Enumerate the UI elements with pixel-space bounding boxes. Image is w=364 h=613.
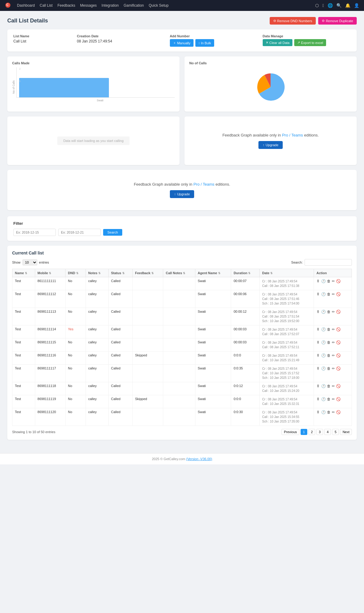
- block-icon[interactable]: 🚫: [336, 410, 341, 414]
- record-icon[interactable]: 🎙: [316, 327, 320, 332]
- clock-icon[interactable]: 🕐: [321, 327, 326, 332]
- block-icon[interactable]: 🚫: [336, 340, 341, 345]
- record-icon[interactable]: 🎙: [316, 310, 320, 314]
- search-button[interactable]: Search: [103, 229, 122, 236]
- search-icon[interactable]: 🔍: [336, 3, 342, 8]
- delete-icon[interactable]: 🗑: [327, 397, 331, 401]
- notification-icon[interactable]: ⬡: [315, 3, 319, 8]
- block-icon[interactable]: 🚫: [336, 327, 341, 332]
- page-2-button[interactable]: 2: [308, 429, 315, 435]
- edit-icon[interactable]: ✏: [332, 353, 335, 358]
- filter-date-from[interactable]: [13, 229, 56, 236]
- upgrade-button-1[interactable]: ↑ Upgrade: [258, 141, 283, 149]
- pro-teams-link-1[interactable]: Pro / Teams: [282, 133, 303, 137]
- edit-icon[interactable]: ✏: [332, 310, 335, 314]
- version-link[interactable]: (Version -V36.00): [186, 457, 212, 461]
- clock-icon[interactable]: 🕐: [321, 310, 326, 314]
- edit-icon[interactable]: ✏: [332, 279, 335, 283]
- table-search-input[interactable]: [305, 259, 352, 266]
- col-name[interactable]: Name ⇅: [12, 269, 35, 277]
- edit-icon[interactable]: ✏: [332, 384, 335, 388]
- upgrade-button-2[interactable]: ↑ Upgrade: [170, 190, 194, 198]
- col-notes[interactable]: Notes ⇅: [86, 269, 108, 277]
- record-icon[interactable]: 🎙: [316, 410, 320, 414]
- next-page-button[interactable]: Next: [340, 429, 352, 435]
- brand-logo[interactable]: C: [5, 2, 11, 9]
- clear-all-data-button[interactable]: ✕ Clear all Data: [263, 39, 293, 46]
- col-duration[interactable]: Duration ⇅: [231, 269, 260, 277]
- clock-icon[interactable]: 🕐: [321, 292, 326, 296]
- clock-icon[interactable]: 🕐: [321, 279, 326, 283]
- block-icon[interactable]: 🚫: [336, 366, 341, 371]
- block-icon[interactable]: 🚫: [336, 397, 341, 401]
- col-mobile[interactable]: Mobile ⇅: [35, 269, 65, 277]
- remove-dnd-button[interactable]: ⊖ Remove DND Numbers: [270, 17, 316, 25]
- nav-integration[interactable]: Integration: [102, 2, 119, 9]
- remove-duplicate-button[interactable]: ⊖ Remove Duplicate: [318, 17, 357, 25]
- page-1-button[interactable]: 1: [301, 429, 307, 435]
- bell-icon[interactable]: 🔔: [345, 3, 350, 8]
- edit-icon[interactable]: ✏: [332, 340, 335, 345]
- cell-feedback: Skipped: [133, 395, 163, 408]
- delete-icon[interactable]: 🗑: [327, 292, 331, 296]
- block-icon[interactable]: 🚫: [336, 353, 341, 358]
- delete-icon[interactable]: 🗑: [327, 279, 331, 283]
- page-3-button[interactable]: 3: [316, 429, 323, 435]
- user-icon[interactable]: 👤: [354, 3, 359, 8]
- entries-select[interactable]: 10 25 50 100: [22, 259, 37, 265]
- delete-icon[interactable]: 🗑: [327, 310, 331, 314]
- edit-icon[interactable]: ✏: [332, 327, 335, 332]
- record-icon[interactable]: 🎙: [316, 366, 320, 371]
- record-icon[interactable]: 🎙: [316, 292, 320, 296]
- edit-icon[interactable]: ✏: [332, 410, 335, 414]
- clock-icon[interactable]: 🕐: [321, 384, 326, 388]
- globe-icon[interactable]: 🌐: [328, 3, 333, 8]
- delete-icon[interactable]: 🗑: [327, 327, 331, 332]
- clock-icon[interactable]: 🕐: [321, 397, 326, 401]
- nav-dashboard[interactable]: Dashboard: [17, 2, 35, 9]
- filter-date-to[interactable]: [58, 229, 101, 236]
- page-4-button[interactable]: 4: [324, 429, 331, 435]
- edit-icon[interactable]: ✏: [332, 292, 335, 296]
- col-status[interactable]: Status ⇅: [108, 269, 132, 277]
- block-icon[interactable]: 🚫: [336, 292, 341, 296]
- clock-icon[interactable]: 🕐: [321, 410, 326, 414]
- delete-icon[interactable]: 🗑: [327, 366, 331, 371]
- block-icon[interactable]: 🚫: [336, 279, 341, 283]
- apple-icon[interactable]: : [322, 3, 324, 8]
- pro-teams-link-2[interactable]: Pro / Teams: [194, 182, 214, 187]
- col-feedback[interactable]: Feedback ⇅: [133, 269, 163, 277]
- col-date[interactable]: Date ⇅: [260, 269, 314, 277]
- export-to-excel-button[interactable]: ↗ Export to excel: [294, 39, 326, 46]
- block-icon[interactable]: 🚫: [336, 310, 341, 314]
- col-dnd[interactable]: DND ⇅: [66, 269, 86, 277]
- nav-messages[interactable]: Messages: [80, 2, 97, 9]
- clock-icon[interactable]: 🕐: [321, 366, 326, 371]
- record-icon[interactable]: 🎙: [316, 353, 320, 358]
- block-icon[interactable]: 🚫: [336, 384, 341, 388]
- record-icon[interactable]: 🎙: [316, 340, 320, 345]
- cell-action: 🎙 🕐 🗑 ✏ 🚫: [314, 395, 352, 408]
- record-icon[interactable]: 🎙: [316, 397, 320, 401]
- nav-gamification[interactable]: Gamification: [124, 2, 144, 9]
- delete-icon[interactable]: 🗑: [327, 384, 331, 388]
- clock-icon[interactable]: 🕐: [321, 340, 326, 345]
- delete-icon[interactable]: 🗑: [327, 353, 331, 358]
- cell-notes: calley: [86, 338, 108, 352]
- delete-icon[interactable]: 🗑: [327, 410, 331, 414]
- nav-feedbacks[interactable]: Feedbacks: [57, 2, 75, 9]
- nav-quick-setup[interactable]: Quick Setup: [149, 2, 168, 9]
- col-call-notes[interactable]: Call Notes ⇅: [163, 269, 195, 277]
- clock-icon[interactable]: 🕐: [321, 353, 326, 358]
- edit-icon[interactable]: ✏: [332, 397, 335, 401]
- record-icon[interactable]: 🎙: [316, 279, 320, 283]
- prev-page-button[interactable]: Previous: [281, 429, 299, 435]
- nav-call-list[interactable]: Call List: [40, 2, 53, 9]
- edit-icon[interactable]: ✏: [332, 366, 335, 371]
- manually-button[interactable]: ＋ Manually: [170, 39, 194, 47]
- col-agent[interactable]: Agent Name ⇅: [195, 269, 231, 277]
- record-icon[interactable]: 🎙: [316, 384, 320, 388]
- page-5-button[interactable]: 5: [332, 429, 339, 435]
- in-bulk-button[interactable]: ↑ In Bulk: [195, 39, 214, 47]
- delete-icon[interactable]: 🗑: [327, 340, 331, 345]
